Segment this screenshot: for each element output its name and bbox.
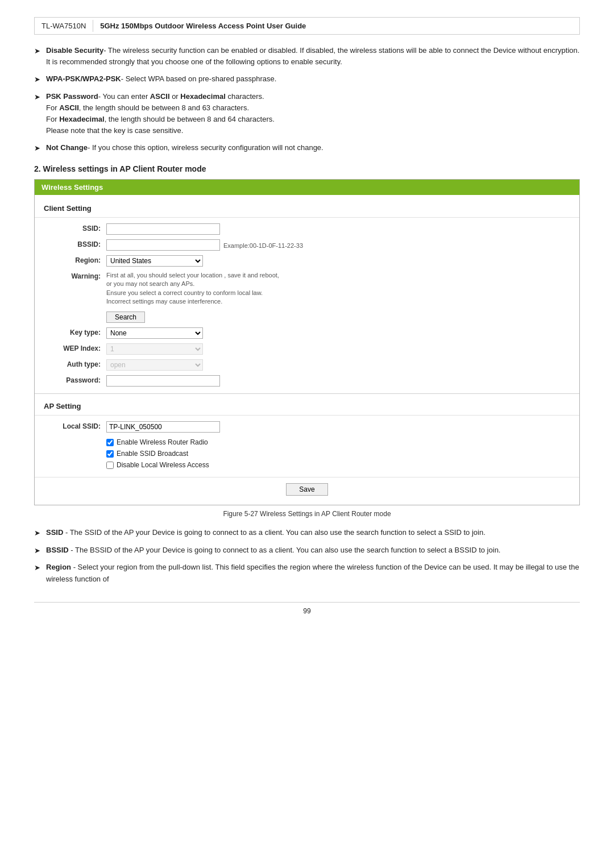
wep-label: WEP Index: bbox=[44, 343, 106, 352]
section-2-heading: 2. Wireless settings in AP Client Router… bbox=[34, 164, 580, 173]
bullet-ssid-desc: ➤ SSID - The SSID of the AP your Device … bbox=[34, 527, 580, 539]
panel-body: Client Setting SSID: BSSID: Example:00-1… bbox=[35, 195, 579, 505]
wep-row: WEP Index: 1 bbox=[35, 341, 579, 357]
bssid-input[interactable] bbox=[106, 239, 220, 251]
ssid-input[interactable] bbox=[106, 223, 220, 235]
warning-text: First at all, you should select your loc… bbox=[106, 271, 570, 306]
auth-row: Auth type: open bbox=[35, 357, 579, 373]
keytype-select[interactable]: None bbox=[106, 327, 203, 339]
bssid-row: BSSID: Example:00-1D-0F-11-22-33 bbox=[35, 237, 579, 253]
region-control: United States bbox=[106, 255, 570, 267]
disable-local-wireless-access-checkbox[interactable] bbox=[106, 462, 114, 469]
checkboxes-area: Enable Wireless Router Radio Enable SSID… bbox=[106, 437, 570, 470]
bullet-arrow-3: ➤ bbox=[34, 92, 40, 103]
bullet-not-change: ➤ Not Change- If you chose this option, … bbox=[34, 142, 580, 154]
bullet-text-bssid: BSSID - The BSSID of the AP your Device … bbox=[46, 545, 580, 556]
bullet-arrow-bssid: ➤ bbox=[34, 545, 40, 556]
bullet-arrow-2: ➤ bbox=[34, 74, 40, 85]
region-bold: Region bbox=[46, 563, 71, 571]
bullet-psk-password: ➤ PSK Password- You can enter ASCII or H… bbox=[34, 91, 580, 137]
bullet-arrow-1: ➤ bbox=[34, 45, 40, 57]
auth-label: Auth type: bbox=[44, 359, 106, 368]
bullet-text-ssid: SSID - The SSID of the AP your Device is… bbox=[46, 527, 580, 538]
bssid-bold: BSSID bbox=[46, 546, 69, 554]
bullet-arrow-4: ➤ bbox=[34, 143, 40, 154]
ssid-label: SSID: bbox=[44, 223, 106, 232]
top-bullet-list: ➤ Disable Security- The wireless securit… bbox=[34, 45, 580, 154]
header-bar: TL-WA7510N 5GHz 150Mbps Outdoor Wireless… bbox=[34, 17, 580, 35]
ssid-control bbox=[106, 223, 570, 235]
bssid-label: BSSID: bbox=[44, 239, 106, 248]
checkbox2-label[interactable]: Enable SSID Broadcast bbox=[106, 448, 570, 459]
ssid-row: SSID: bbox=[35, 221, 579, 237]
keytype-row: Key type: None bbox=[35, 325, 579, 341]
auth-control: open bbox=[106, 359, 570, 371]
save-button[interactable]: Save bbox=[286, 483, 327, 496]
bullet-region-desc: ➤ Region - Select your region from the p… bbox=[34, 562, 580, 584]
checkbox3-text: Disable Local Wireless Access bbox=[117, 461, 209, 469]
bullet-wpa-psk: ➤ WPA-PSK/WPA2-PSK- Select WPA based on … bbox=[34, 73, 580, 85]
wireless-settings-panel: Wireless Settings Client Setting SSID: B… bbox=[34, 179, 580, 506]
bullet-arrow-ssid: ➤ bbox=[34, 528, 40, 539]
bssid-input-row: Example:00-1D-0F-11-22-33 bbox=[106, 239, 570, 251]
region-row: Region: United States bbox=[35, 253, 579, 269]
checkbox1-label[interactable]: Enable Wireless Router Radio bbox=[106, 437, 570, 447]
checkbox1-text: Enable Wireless Router Radio bbox=[117, 438, 208, 446]
bottom-bullet-list: ➤ SSID - The SSID of the AP your Device … bbox=[34, 527, 580, 584]
checkbox3-label[interactable]: Disable Local Wireless Access bbox=[106, 460, 570, 470]
checkbox-spacer bbox=[44, 437, 106, 438]
local-ssid-row: Local SSID: bbox=[35, 419, 579, 435]
password-control bbox=[106, 375, 570, 387]
wpa-psk-bold: WPA-PSK/WPA2-PSK bbox=[46, 74, 121, 83]
auth-select[interactable]: open bbox=[106, 359, 203, 371]
password-label: Password: bbox=[44, 375, 106, 384]
region-select[interactable]: United States bbox=[106, 255, 203, 267]
local-ssid-label: Local SSID: bbox=[44, 421, 106, 430]
enable-wireless-router-radio-checkbox[interactable] bbox=[106, 439, 114, 446]
bullet-disable-security: ➤ Disable Security- The wireless securit… bbox=[34, 45, 580, 68]
ap-setting-title: AP Setting bbox=[35, 398, 579, 416]
header-title: 5GHz 150Mbps Outdoor Wireless Access Poi… bbox=[93, 20, 313, 32]
bssid-example: Example:00-1D-0F-11-22-33 bbox=[223, 240, 303, 249]
bullet-text-2: WPA-PSK/WPA2-PSK- Select WPA based on pr… bbox=[46, 73, 580, 85]
client-setting-title: Client Setting bbox=[35, 201, 579, 218]
keytype-label: Key type: bbox=[44, 327, 106, 337]
bullet-text-4: Not Change- If you chose this option, wi… bbox=[46, 142, 580, 153]
ap-section: AP Setting Local SSID: Enable Wireless R… bbox=[35, 393, 579, 472]
warning-row: Warning: First at all, you should select… bbox=[35, 269, 579, 326]
bullet-text-1: Disable Security- The wireless security … bbox=[46, 45, 580, 68]
wep-select[interactable]: 1 bbox=[106, 343, 203, 355]
bssid-control: Example:00-1D-0F-11-22-33 bbox=[106, 239, 570, 251]
bullet-bssid-desc: ➤ BSSID - The BSSID of the AP your Devic… bbox=[34, 545, 580, 556]
figure-caption: Figure 5-27 Wireless Settings in AP Clie… bbox=[34, 510, 580, 518]
disable-security-bold: Disable Security bbox=[46, 46, 103, 55]
panel-title-bar: Wireless Settings bbox=[35, 180, 579, 195]
not-change-bold: Not Change bbox=[46, 143, 88, 152]
keytype-control: None bbox=[106, 327, 570, 339]
save-area: Save bbox=[35, 477, 579, 499]
panel-title: Wireless Settings bbox=[42, 183, 103, 192]
warning-label: Warning: bbox=[44, 271, 106, 280]
checkboxes-row: Enable Wireless Router Radio Enable SSID… bbox=[35, 435, 579, 472]
password-row: Password: bbox=[35, 373, 579, 389]
search-button[interactable]: Search bbox=[106, 312, 145, 323]
header-model: TL-WA7510N bbox=[35, 20, 93, 32]
bullet-text-3: PSK Password- You can enter ASCII or Hex… bbox=[46, 91, 580, 137]
region-label: Region: bbox=[44, 255, 106, 264]
password-input[interactable] bbox=[106, 375, 220, 387]
bullet-arrow-region: ➤ bbox=[34, 562, 40, 574]
wep-control: 1 bbox=[106, 343, 570, 355]
psk-password-bold: PSK Password bbox=[46, 92, 98, 101]
enable-ssid-broadcast-checkbox[interactable] bbox=[106, 450, 114, 458]
checkbox2-text: Enable SSID Broadcast bbox=[117, 450, 188, 458]
local-ssid-input[interactable] bbox=[106, 421, 220, 433]
warning-control: First at all, you should select your loc… bbox=[106, 271, 570, 323]
ssid-bold: SSID bbox=[46, 528, 63, 537]
bullet-text-region: Region - Select your region from the pul… bbox=[46, 562, 580, 584]
local-ssid-control bbox=[106, 421, 570, 433]
page-number: 99 bbox=[34, 602, 580, 615]
